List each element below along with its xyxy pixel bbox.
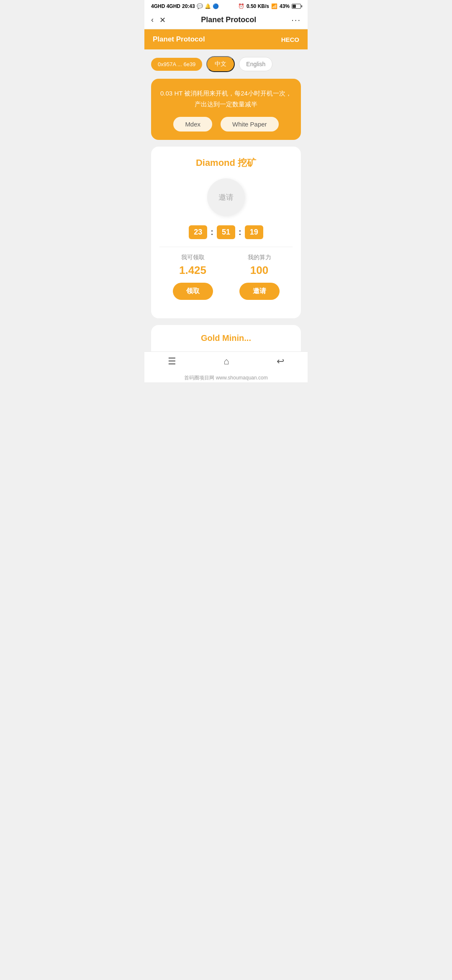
lang-zh-button[interactable]: 中文 xyxy=(206,56,235,72)
app-icon: 🔵 xyxy=(213,3,219,9)
main-content: 0x957A ... 6e39 中文 English 0.03 HT 被消耗用来… xyxy=(144,49,308,351)
claim-value: 1.425 xyxy=(173,264,213,277)
alarm-icon: ⏰ xyxy=(238,3,244,9)
power-label: 我的算力 xyxy=(239,254,280,261)
wifi-icon: 📶 xyxy=(271,3,277,9)
header-title: Planet Protocol xyxy=(153,35,205,44)
time-display: 20:43 xyxy=(182,3,195,9)
more-button[interactable]: ··· xyxy=(291,15,301,25)
partial-title: Gold Minin... xyxy=(159,333,293,343)
notification-icon: 🔔 xyxy=(205,3,211,9)
back-nav-button[interactable]: ↩ xyxy=(277,356,284,367)
power-stat: 我的算力 100 邀请 xyxy=(239,254,280,300)
battery-percent: 43% xyxy=(280,3,290,9)
home-button[interactable]: ⌂ xyxy=(223,356,229,367)
info-card: 0.03 HT 被消耗用来开机，每24小时开机一次，产出达到一定数量减半 Mde… xyxy=(151,79,301,140)
divider xyxy=(159,247,293,247)
timer-sep-2: : xyxy=(239,227,241,237)
network-indicator: 4GHD 4GHD xyxy=(151,3,180,9)
claim-button[interactable]: 领取 xyxy=(173,283,213,300)
battery-icon xyxy=(292,4,301,9)
page-title: Planet Protocol xyxy=(201,15,256,24)
whitepaper-button[interactable]: White Paper xyxy=(221,117,279,132)
back-nav-icon: ↩ xyxy=(277,356,284,367)
info-text: 0.03 HT 被消耗用来开机，每24小时开机一次，产出达到一定数量减半 xyxy=(159,88,293,109)
nav-left: ‹ ✕ xyxy=(151,15,166,25)
timer-minutes: 51 xyxy=(217,225,235,239)
header-network-label: HECO xyxy=(281,36,299,43)
timer-sep-1: : xyxy=(211,227,213,237)
stats-row: 我可领取 1.425 领取 我的算力 100 邀请 xyxy=(159,254,293,300)
status-left: 4GHD 4GHD 20:43 💬 🔔 🔵 xyxy=(151,3,219,9)
back-button[interactable]: ‹ xyxy=(151,15,154,24)
wallet-address[interactable]: 0x957A ... 6e39 xyxy=(151,58,202,71)
mdex-button[interactable]: Mdex xyxy=(173,117,212,132)
watermark: 首码圈项目网 www.shoumaquan.com xyxy=(144,373,308,382)
info-buttons: Mdex White Paper xyxy=(159,117,293,132)
timer-row: 23 : 51 : 19 xyxy=(159,225,293,239)
power-btn-wrap: 邀请 xyxy=(159,178,293,216)
claim-label: 我可领取 xyxy=(173,254,213,261)
nav-bar: ‹ ✕ Planet Protocol ··· xyxy=(144,11,308,29)
orange-header: Planet Protocol HECO xyxy=(144,29,308,49)
status-bar: 4GHD 4GHD 20:43 💬 🔔 🔵 ⏰ 0.50 KB/s 📶 43% xyxy=(144,0,308,11)
status-right: ⏰ 0.50 KB/s 📶 43% xyxy=(238,3,301,9)
power-button[interactable]: 邀请 xyxy=(207,178,245,216)
power-value: 100 xyxy=(239,264,280,277)
menu-button[interactable]: ☰ xyxy=(168,356,176,367)
bottom-nav: ☰ ⌂ ↩ xyxy=(144,351,308,373)
invite-button[interactable]: 邀请 xyxy=(239,283,280,300)
menu-icon: ☰ xyxy=(168,356,176,367)
timer-seconds: 19 xyxy=(245,225,263,239)
close-button[interactable]: ✕ xyxy=(159,15,166,25)
mining-card: Diamond 挖矿 邀请 23 : 51 : 19 我可领取 1.425 领取… xyxy=(151,147,301,318)
home-icon: ⌂ xyxy=(223,356,229,367)
partial-card: Gold Minin... xyxy=(151,325,301,351)
speed-display: 0.50 KB/s xyxy=(247,3,269,9)
timer-hours: 23 xyxy=(189,225,207,239)
top-row: 0x957A ... 6e39 中文 English xyxy=(151,56,301,72)
claim-stat: 我可领取 1.425 领取 xyxy=(173,254,213,300)
mining-title: Diamond 挖矿 xyxy=(159,157,293,169)
lang-en-button[interactable]: English xyxy=(239,57,272,71)
wechat-icon: 💬 xyxy=(197,3,203,9)
